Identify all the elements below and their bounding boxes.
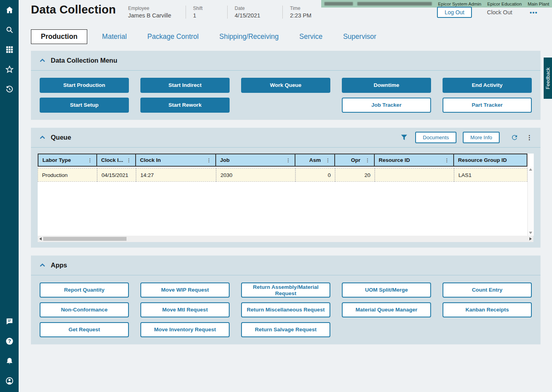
start-rework-button[interactable]: Start Rework (140, 98, 230, 113)
report-quantity-button[interactable]: Report Quantity (40, 282, 129, 298)
history-icon[interactable] (0, 79, 19, 99)
queue-table: Labor Type⋮Clock I...⋮Clock In⋮Job⋮Asm⋮O… (38, 154, 527, 236)
tab-material[interactable]: Material (102, 29, 126, 44)
column-menu-icon[interactable]: ⋮ (284, 158, 291, 163)
horizontal-scroll-thumb[interactable] (43, 237, 126, 241)
scroll-down-arrow-icon[interactable] (529, 232, 532, 234)
material-queue-manager-button[interactable]: Material Queue Manager (342, 302, 431, 317)
column-header-opr[interactable]: Opr⋮ (335, 154, 375, 167)
column-menu-icon[interactable]: ⋮ (204, 158, 211, 163)
feedback-label: Feedback (545, 67, 551, 89)
home-icon[interactable] (0, 0, 19, 20)
overflow-menu-icon[interactable]: ••• (530, 9, 538, 16)
search-icon[interactable] (0, 20, 19, 40)
start-setup-button[interactable]: Start Setup (40, 98, 129, 113)
feedback-tab[interactable]: Feedback (544, 58, 552, 99)
empty-slot (443, 322, 532, 337)
scroll-left-arrow-icon[interactable] (39, 237, 42, 240)
session-label-epicor-system-admin: Epicor System Admin (438, 2, 481, 6)
count-entry-button[interactable]: Count Entry (443, 282, 532, 298)
grid-options-kebab-icon[interactable]: ⋮ (526, 135, 533, 141)
column-menu-icon[interactable]: ⋮ (124, 158, 131, 163)
scroll-right-arrow-icon[interactable] (529, 237, 532, 240)
column-label: Clock In (140, 157, 161, 163)
column-header-labor-type[interactable]: Labor Type⋮ (38, 154, 97, 167)
notifications-bell-icon[interactable] (0, 351, 19, 371)
part-tracker-button[interactable]: Part Tracker (443, 98, 532, 113)
move-mtl-request-button[interactable]: Move Mtl Request (140, 302, 230, 317)
shift-field: Shift 1 (186, 6, 227, 19)
log-out-button[interactable]: Log Out (437, 7, 472, 18)
shift-label: Shift (193, 6, 203, 11)
chat-icon[interactable] (0, 311, 19, 331)
move-wip-request-button[interactable]: Move WIP Request (140, 282, 230, 298)
start-indirect-button[interactable]: Start Indirect (140, 78, 230, 93)
column-header-job[interactable]: Job⋮ (216, 154, 295, 167)
column-header-resource-id[interactable]: Resource ID⋮ (375, 154, 454, 167)
return-assembly-material-request-button[interactable]: Return Assembly/Material Request (241, 282, 330, 298)
tab-service[interactable]: Service (299, 29, 322, 44)
sidebar-nav: ? (0, 0, 19, 392)
job-tracker-button[interactable]: Job Tracker (342, 98, 431, 113)
downtime-button[interactable]: Downtime (342, 78, 431, 93)
kanban-receipts-button[interactable]: Kanban Receipts (443, 302, 532, 317)
column-label: Resource ID (379, 157, 410, 163)
column-label: Clock I... (101, 157, 123, 163)
tab-production[interactable]: Production (31, 29, 87, 44)
get-request-button[interactable]: Get Request (40, 322, 129, 337)
column-menu-icon[interactable]: ⋮ (85, 158, 92, 163)
button-row: Get RequestMove Inventory RequestReturn … (40, 322, 532, 337)
help-icon[interactable]: ? (0, 331, 19, 351)
collapse-chevron-icon[interactable] (40, 136, 45, 139)
collapse-chevron-icon[interactable] (40, 59, 45, 62)
documents-button[interactable]: Documents (415, 132, 456, 143)
move-inventory-request-button[interactable]: Move Inventory Request (140, 322, 230, 337)
start-production-button[interactable]: Start Production (40, 78, 129, 93)
clock-out-button[interactable]: Clock Out (487, 9, 512, 15)
date-value: 4/15/2021 (235, 12, 261, 19)
horizontal-scrollbar[interactable] (38, 236, 533, 242)
menu-panel-header: Data Collection Menu (31, 51, 540, 71)
column-header-asm[interactable]: Asm⋮ (295, 154, 335, 167)
apps-grid-icon[interactable] (0, 40, 19, 60)
menu-panel-title: Data Collection Menu (51, 57, 117, 64)
end-activity-button[interactable]: End Activity (443, 78, 532, 93)
column-label: Labor Type (42, 157, 71, 163)
cell-opr: 20 (335, 168, 375, 182)
account-icon[interactable] (0, 371, 19, 391)
employee-info-row: Employee James B Carville Shift 1 Date 4… (128, 6, 321, 19)
vertical-scroll-track[interactable] (527, 167, 533, 236)
tab-shipping-receiving[interactable]: Shipping/Receiving (219, 29, 279, 44)
sidebar-bottom-icons: ? (0, 311, 19, 392)
apps-panel-title: Apps (51, 261, 67, 269)
return-miscellaneous-request-button[interactable]: Return Miscellaneous Request (241, 302, 330, 317)
table-row[interactable]: Production04/15/202114:272030020LAS1 (38, 168, 527, 182)
uom-split-merge-button[interactable]: UOM Split/Merge (342, 282, 431, 298)
column-label: Job (220, 157, 230, 163)
apps-panel-header: Apps (31, 256, 540, 275)
column-header-clock-in[interactable]: Clock In⋮ (136, 154, 216, 167)
cell-resource-id (375, 168, 454, 182)
cell-resource-group-id: LAS1 (454, 168, 527, 182)
column-header-resource-group-id[interactable]: Resource Group ID (454, 154, 527, 167)
cell-clock-in: 14:27 (136, 168, 216, 182)
refresh-icon[interactable] (511, 134, 518, 141)
column-menu-icon[interactable]: ⋮ (363, 158, 370, 163)
session-label-main-plant: Main Plant (528, 2, 549, 6)
more-info-button[interactable]: More Info (463, 132, 500, 143)
filter-icon[interactable] (401, 135, 407, 140)
column-menu-icon[interactable]: ⋮ (442, 158, 449, 163)
work-queue-button[interactable]: Work Queue (241, 78, 330, 93)
non-conformance-button[interactable]: Non-Conformance (40, 302, 129, 317)
collapse-chevron-icon[interactable] (40, 263, 45, 267)
return-salvage-request-button[interactable]: Return Salvage Request (241, 322, 330, 337)
data-collection-menu-panel: Data Collection Menu Start ProductionSta… (31, 51, 540, 120)
button-row: Start ProductionStart IndirectWork Queue… (40, 78, 532, 93)
tab-supervisor[interactable]: Supervisor (343, 29, 376, 44)
column-header-clock-i[interactable]: Clock I...⋮ (97, 154, 136, 167)
scroll-up-arrow-icon[interactable] (529, 168, 532, 171)
tab-package-control[interactable]: Package Control (148, 29, 199, 44)
favorites-star-icon[interactable] (0, 60, 19, 79)
vertical-scrollbar[interactable] (527, 154, 533, 236)
column-menu-icon[interactable]: ⋮ (323, 158, 330, 163)
